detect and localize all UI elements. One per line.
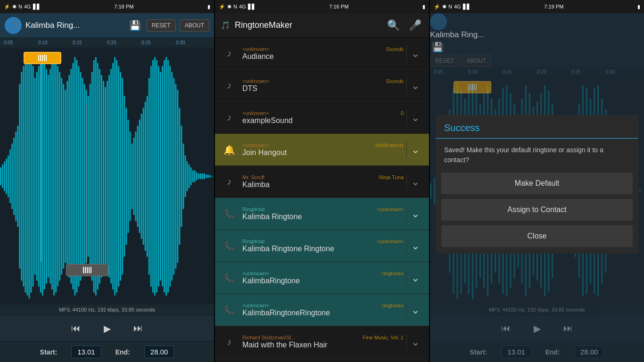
about-button-1[interactable]: ABOUT bbox=[180, 19, 209, 32]
expand-button-6[interactable]: ⌄ bbox=[406, 238, 423, 255]
song-artist-8: <unknown> ringtones bbox=[242, 303, 404, 308]
svg-rect-11 bbox=[19, 84, 20, 269]
song-title-3: Join Hangout bbox=[242, 148, 404, 157]
svg-rect-102 bbox=[192, 170, 194, 182]
app-title-2: RingtoneMaker bbox=[235, 20, 380, 30]
list-item[interactable]: ♪ <unknown> Sounds Audiance ⌄ bbox=[215, 38, 429, 70]
svg-rect-94 bbox=[177, 90, 178, 263]
list-item[interactable]: ♪ <unknown> 0 exampleSound ⌄ bbox=[215, 102, 429, 134]
svg-rect-86 bbox=[162, 66, 163, 287]
list-item[interactable]: 📞 Ringdroid <unknown> Kalimba Ringtone R… bbox=[215, 230, 429, 262]
list-item[interactable]: ♪ <unknown> Sounds DTS ⌄ bbox=[215, 70, 429, 102]
svg-rect-4 bbox=[6, 158, 7, 194]
svg-rect-110 bbox=[207, 174, 209, 178]
list-item[interactable]: ♪ Mr. Scruff Ninja Tuna Kalimba ⌄ bbox=[215, 166, 429, 198]
start-value-3: 13.01 bbox=[501, 346, 531, 358]
expand-button-5[interactable]: ⌄ bbox=[406, 206, 423, 222]
list-item[interactable]: 📞 <unknown> ringtones KalimbaRingtoneRin… bbox=[215, 294, 429, 326]
scrubber-handle-top[interactable] bbox=[24, 52, 61, 64]
scrubber-handle-bottom[interactable] bbox=[66, 264, 108, 276]
svg-rect-39 bbox=[72, 63, 74, 290]
svg-rect-33 bbox=[61, 78, 62, 274]
status-left-1: ⚡ ✱ N 4G ▋▋ bbox=[4, 4, 41, 10]
scrubber-line-b1 bbox=[83, 267, 84, 273]
svg-rect-42 bbox=[78, 66, 79, 287]
waveform-container-1[interactable] bbox=[0, 48, 214, 304]
time-display-2: 7:16 PM bbox=[329, 4, 348, 9]
end-label-1: End: bbox=[116, 348, 130, 356]
status-left-3: ⚡ ✱ N 4G ▋▋ bbox=[434, 4, 471, 10]
reset-button-1[interactable]: RESET bbox=[147, 19, 176, 32]
next-button-1[interactable]: ⏭ bbox=[130, 320, 147, 337]
svg-rect-53 bbox=[99, 69, 100, 283]
expand-button-2[interactable]: ⌄ bbox=[406, 109, 423, 126]
phone-icon-7: 📞 bbox=[221, 270, 238, 287]
status-left-2: ⚡ ✱ N 4G ▋▋ bbox=[219, 4, 256, 10]
svg-rect-97 bbox=[182, 143, 184, 209]
scrubber-line-b5 bbox=[91, 267, 91, 273]
song-artist-1: <unknown> Sounds bbox=[242, 78, 404, 84]
svg-rect-5 bbox=[8, 156, 9, 197]
svg-rect-59 bbox=[110, 69, 112, 283]
expand-button-4[interactable]: ⌄ bbox=[406, 173, 423, 190]
bluetooth-icon: ✱ bbox=[12, 4, 17, 10]
prev-button-1[interactable]: ⏮ bbox=[67, 320, 84, 337]
svg-rect-75 bbox=[141, 114, 142, 239]
start-label-3: Start: bbox=[470, 348, 487, 356]
app-logo-3: 🎵 bbox=[430, 13, 447, 30]
svg-rect-71 bbox=[133, 138, 134, 215]
start-value-1[interactable]: 13.01 bbox=[71, 346, 101, 358]
list-item[interactable]: 🔔 <unknown> Notifications Join Hangout ⌄ bbox=[215, 134, 429, 166]
tick-4: 0:25 bbox=[141, 40, 176, 45]
save-icon-3: 💾 bbox=[430, 40, 445, 55]
ruler-ticks-1: 0:05 0:10 0:15 0:20 0:25 0:30 bbox=[4, 40, 210, 45]
svg-rect-7 bbox=[11, 143, 13, 209]
song-title-1: DTS bbox=[242, 84, 404, 93]
assign-to-contact-button[interactable]: Assign to Contact bbox=[441, 199, 633, 221]
svg-rect-81 bbox=[152, 60, 154, 292]
save-icon-1[interactable]: 💾 bbox=[128, 18, 143, 33]
svg-rect-37 bbox=[68, 75, 70, 278]
svg-rect-49 bbox=[91, 72, 93, 281]
timeline-ruler-3: 0:05 0:10 0:15 0:20 0:25 0:30 bbox=[430, 67, 644, 77]
search-button[interactable]: 🔍 bbox=[385, 17, 402, 34]
svg-rect-67 bbox=[125, 108, 127, 245]
expand-button-7[interactable]: ⌄ bbox=[406, 270, 423, 287]
song-list-panel: ⚡ ✱ N 4G ▋▋ 7:16 PM ▮ 🎵 RingtoneMaker 🔍 … bbox=[215, 0, 429, 362]
scrubber-needle-top bbox=[41, 64, 41, 262]
close-button[interactable]: Close bbox=[441, 225, 633, 247]
make-default-button[interactable]: Make Default bbox=[441, 173, 633, 194]
tick-5: 0:30 bbox=[176, 40, 210, 45]
scrubber-line-5 bbox=[46, 55, 47, 61]
svg-rect-89 bbox=[167, 60, 169, 292]
success-dialog: Success Saved! Make this your default ri… bbox=[436, 115, 638, 254]
svg-rect-105 bbox=[198, 173, 199, 180]
song-list[interactable]: ♪ <unknown> Sounds Audiance ⌄ ♪ <unknown… bbox=[215, 38, 429, 362]
song-title-8: KalimbaRingtoneRingtone bbox=[242, 309, 404, 317]
4g-icon-3: 4G bbox=[454, 4, 461, 9]
expand-button-0[interactable]: ⌄ bbox=[406, 45, 423, 62]
play-button-1[interactable]: ▶ bbox=[99, 320, 116, 337]
nfc-icon: N bbox=[18, 4, 22, 9]
svg-rect-72 bbox=[135, 132, 137, 221]
expand-button-8[interactable]: ⌄ bbox=[406, 302, 423, 319]
end-value-1[interactable]: 28.00 bbox=[144, 346, 174, 358]
list-item[interactable]: 📞 Ringdroid <unknown> Kalimba Ringtone ⌄ bbox=[215, 198, 429, 230]
expand-button-1[interactable]: ⌄ bbox=[406, 77, 423, 94]
song-artist-3: <unknown> Notifications bbox=[242, 142, 404, 148]
dialog-message: Saved! Make this your default ringtone o… bbox=[436, 139, 638, 173]
scrubber-handle-top-3 bbox=[454, 81, 491, 93]
expand-button-9[interactable]: ⌄ bbox=[406, 334, 423, 351]
list-item[interactable]: ♪ Richard Stoltzman/Sl... Fine Music, Vo… bbox=[215, 326, 429, 358]
svg-rect-61 bbox=[114, 57, 116, 296]
list-item[interactable]: 📞 <unknown> ringtones KalimbaRingtone ⌄ bbox=[215, 262, 429, 294]
svg-rect-47 bbox=[88, 96, 89, 257]
expand-button-3[interactable]: ⌄ bbox=[406, 141, 423, 158]
svg-rect-24 bbox=[44, 63, 45, 290]
nfc-icon-3: N bbox=[448, 4, 452, 9]
status-right-3: ▮ bbox=[637, 4, 640, 10]
svg-rect-99 bbox=[186, 161, 188, 191]
svg-rect-73 bbox=[137, 125, 139, 227]
mic-button[interactable]: 🎤 bbox=[406, 17, 423, 34]
tick-3: 0:20 bbox=[107, 40, 141, 45]
